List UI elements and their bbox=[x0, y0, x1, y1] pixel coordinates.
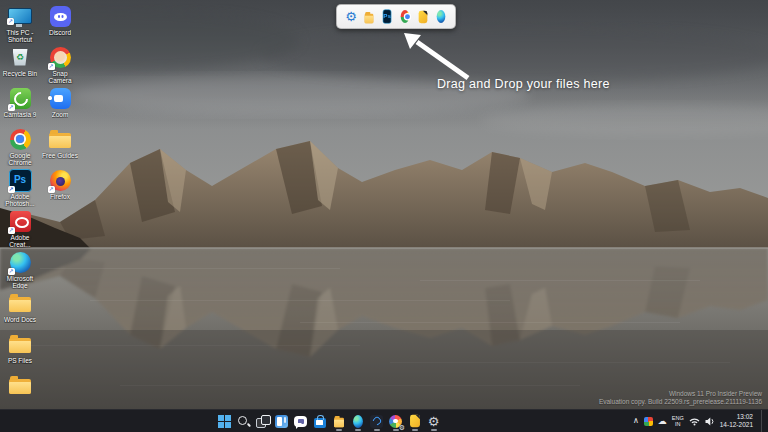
desktop-icon-label: Recycle Bin bbox=[3, 70, 37, 77]
desktop-icon-label: Zoom bbox=[52, 111, 69, 118]
open-app-indicator bbox=[336, 429, 342, 431]
desktop-icon-this-pc[interactable]: This PC - Shortcut bbox=[0, 4, 40, 45]
store-button[interactable] bbox=[312, 411, 328, 431]
dock-drag-drop-app-button[interactable] bbox=[416, 10, 430, 24]
insider-watermark: Windows 11 Pro Insider Preview Evaluatio… bbox=[599, 390, 762, 406]
settings-button[interactable]: ⚙ bbox=[426, 411, 442, 431]
file-explorer-button[interactable] bbox=[331, 411, 347, 431]
open-app-indicator bbox=[431, 429, 437, 431]
wifi-icon[interactable] bbox=[689, 417, 700, 426]
drag-drop-dock[interactable]: ⚙ Ps bbox=[336, 4, 456, 29]
desktop-icon-zoom[interactable]: Zoom bbox=[40, 86, 80, 127]
zoom-app-icon bbox=[50, 88, 71, 109]
gear-icon: ⚙ bbox=[345, 10, 358, 23]
folder-icon bbox=[365, 13, 374, 22]
widgets-icon bbox=[275, 415, 288, 428]
chat-button[interactable] bbox=[293, 411, 309, 431]
photos-button[interactable] bbox=[388, 411, 404, 431]
search-icon bbox=[237, 415, 250, 428]
edge-icon bbox=[437, 10, 446, 23]
dock-photoshop-button[interactable]: Ps bbox=[380, 10, 394, 24]
dark-blue-app-icon bbox=[370, 415, 383, 428]
drag-drop-app-icon bbox=[419, 10, 428, 22]
folder-icon bbox=[9, 297, 31, 312]
desktop-icon-photoshop[interactable]: Ps Adobe Photosh... bbox=[0, 168, 40, 209]
task-view-button[interactable] bbox=[255, 411, 271, 431]
desktop-icon-google-chrome[interactable]: Google Chrome bbox=[0, 127, 40, 168]
dark-app-button[interactable] bbox=[369, 411, 385, 431]
system-tray: ∧ ☁ ENG IN 13:02 14-12-2021 bbox=[633, 410, 765, 432]
desktop-icon-folder-word-docs[interactable]: Word Docs bbox=[0, 291, 40, 332]
desktop-icon-camtasia[interactable]: Camtasia 9 bbox=[0, 86, 40, 127]
desktop-icon-label: Microsoft Edge bbox=[0, 275, 40, 289]
onedrive-cloud-icon[interactable]: ☁ bbox=[658, 416, 667, 426]
wallpaper-image bbox=[0, 0, 768, 410]
desktop-icon-label: This PC - Shortcut bbox=[0, 29, 40, 43]
clock[interactable]: 13:02 14-12-2021 bbox=[720, 413, 753, 429]
folder-icon bbox=[334, 418, 344, 427]
desktop-icon-snap-camera[interactable]: Snap Camera bbox=[40, 45, 80, 86]
show-desktop-button[interactable] bbox=[761, 410, 765, 432]
windows-desktop: This PC - Shortcut ♻ Recycle Bin Camtasi… bbox=[0, 0, 768, 432]
search-button[interactable] bbox=[236, 411, 252, 431]
folder-icon bbox=[9, 338, 31, 353]
desktop-icon-column-1: This PC - Shortcut ♻ Recycle Bin Camtasi… bbox=[0, 4, 40, 414]
desktop-icon-label: Firefox bbox=[50, 193, 70, 200]
watermark-line2: Evaluation copy. Build 22509.rs_prerelea… bbox=[599, 398, 762, 406]
start-button[interactable] bbox=[217, 411, 233, 431]
open-app-indicator bbox=[374, 429, 380, 431]
tray-time: 13:02 bbox=[720, 413, 753, 421]
desktop-icon-label: Snap Camera bbox=[40, 70, 80, 84]
desktop-icon-discord[interactable]: Discord bbox=[40, 4, 80, 45]
desktop-icon-folder[interactable] bbox=[0, 373, 40, 414]
desktop-icon-recycle-bin[interactable]: ♻ Recycle Bin bbox=[0, 45, 40, 86]
open-app-indicator bbox=[412, 429, 418, 431]
taskbar: ⚙ ∧ ☁ ENG IN 13:02 14-12-2021 bbox=[0, 409, 768, 432]
edge-icon bbox=[353, 414, 363, 427]
desktop-icon-label: Adobe Photosh... bbox=[0, 193, 40, 207]
chat-bubble-icon bbox=[294, 416, 307, 427]
drag-drop-app-button[interactable] bbox=[407, 411, 423, 431]
dock-edge-button[interactable] bbox=[434, 10, 448, 24]
hint-caption: Drag and Drop your files here bbox=[437, 77, 610, 91]
edge-icon bbox=[10, 252, 31, 273]
speaker-icon[interactable] bbox=[705, 417, 715, 426]
desktop-icon-microsoft-edge[interactable]: Microsoft Edge bbox=[0, 250, 40, 291]
desktop-icon-folder-ps-files[interactable]: PS Files bbox=[0, 332, 40, 373]
taskbar-center-buttons: ⚙ bbox=[0, 410, 658, 432]
folder-icon bbox=[9, 379, 31, 394]
drag-drop-app-icon bbox=[410, 415, 420, 427]
desktop-icon-label: PS Files bbox=[8, 357, 32, 364]
desktop-icon-label: Adobe Creat... bbox=[0, 234, 40, 248]
desktop-icon-firefox[interactable]: Firefox bbox=[40, 168, 80, 209]
camtasia-icon bbox=[10, 88, 31, 109]
chrome-icon bbox=[10, 129, 31, 150]
dock-file-explorer-button[interactable] bbox=[362, 10, 376, 24]
dock-chrome-button[interactable] bbox=[398, 10, 412, 24]
photos-pinwheel-icon bbox=[389, 415, 402, 428]
watermark-line1: Windows 11 Pro Insider Preview bbox=[599, 390, 762, 398]
photoshop-icon: Ps bbox=[383, 9, 392, 23]
tray-app-icon[interactable] bbox=[644, 417, 653, 426]
creative-cloud-icon bbox=[10, 211, 31, 232]
desktop-icon-folder-free-guides[interactable]: Free Guides bbox=[40, 127, 80, 168]
open-app-indicator bbox=[393, 429, 399, 431]
desktop-icon-creative-cloud[interactable]: Adobe Creat... bbox=[0, 209, 40, 250]
tray-chevron-up-icon[interactable]: ∧ bbox=[633, 416, 639, 426]
task-view-icon bbox=[256, 415, 269, 428]
windows-start-icon bbox=[218, 415, 231, 428]
folder-icon bbox=[49, 133, 71, 148]
widgets-button[interactable] bbox=[274, 411, 290, 431]
desktop-icon-column-2: Discord Snap Camera Zoom Free Guides Fir… bbox=[40, 4, 80, 209]
language-indicator[interactable]: ENG IN bbox=[672, 415, 684, 427]
gear-icon: ⚙ bbox=[427, 415, 440, 428]
microsoft-store-icon bbox=[314, 418, 326, 428]
desktop-icon-label: Camtasia 9 bbox=[4, 111, 37, 118]
edge-button[interactable] bbox=[350, 411, 366, 431]
this-pc-icon bbox=[8, 8, 32, 24]
chrome-icon bbox=[401, 10, 410, 23]
discord-icon bbox=[50, 6, 71, 27]
dock-settings-button[interactable]: ⚙ bbox=[344, 10, 358, 24]
open-app-indicator bbox=[355, 429, 361, 431]
firefox-icon bbox=[50, 170, 71, 191]
